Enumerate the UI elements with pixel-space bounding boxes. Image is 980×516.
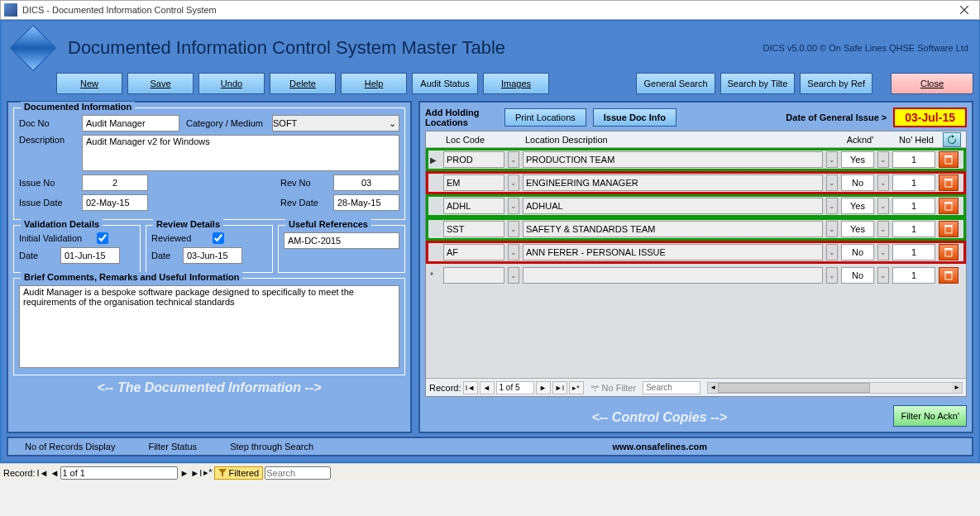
dropdown-button[interactable]: ⌄ <box>826 244 838 260</box>
revno-input[interactable] <box>333 174 399 191</box>
loc-code-input[interactable] <box>443 151 504 168</box>
delete-row-button[interactable] <box>939 174 958 191</box>
dropdown-button[interactable]: ⌄ <box>508 151 519 168</box>
loc-code-input[interactable] <box>443 198 504 214</box>
category-select[interactable]: SOFT ⌄ <box>272 115 399 131</box>
delete-row-button[interactable] <box>939 198 958 214</box>
reference-input[interactable] <box>284 232 399 249</box>
delete-row-button[interactable] <box>939 221 958 237</box>
bottom-nav-first-button[interactable]: I◄ <box>37 468 49 478</box>
ack-input[interactable] <box>841 244 874 260</box>
scroll-left-button[interactable]: ◄ <box>708 383 718 393</box>
delete-row-button[interactable] <box>939 267 958 284</box>
nav-first-button[interactable]: I◄ <box>463 381 478 394</box>
search-by-ref-button[interactable]: Search by Ref <box>800 73 872 94</box>
filter-no-ackn-button[interactable]: Filter No Ackn' <box>893 405 967 427</box>
dropdown-button[interactable]: ⌄ <box>826 174 838 191</box>
new-ack-input[interactable] <box>841 267 874 284</box>
dropdown-button[interactable]: ⌄ <box>877 244 889 260</box>
dropdown-button[interactable]: ⌄ <box>877 267 889 284</box>
undo-button[interactable]: Undo <box>198 73 265 94</box>
review-date-input[interactable] <box>183 247 242 264</box>
nav-next-button[interactable]: ► <box>536 381 551 394</box>
description-input[interactable]: Audit Manager v2 for Windows <box>82 135 399 171</box>
dropdown-button[interactable]: ⌄ <box>877 198 889 214</box>
issuedate-input[interactable] <box>82 194 148 211</box>
row-selector[interactable] <box>428 174 442 192</box>
new-loc-desc-input[interactable] <box>523 267 823 284</box>
window-close-button[interactable] <box>953 2 976 17</box>
nav-last-button[interactable]: ►I <box>552 381 567 394</box>
held-input[interactable] <box>892 151 935 168</box>
loc-desc-input[interactable] <box>523 244 823 260</box>
issueno-input[interactable] <box>82 174 148 191</box>
save-button[interactable]: Save <box>127 73 194 94</box>
refresh-table-button[interactable] <box>943 132 961 147</box>
initial-validation-checkbox[interactable] <box>97 232 108 244</box>
loc-code-input[interactable] <box>443 244 504 260</box>
images-button[interactable]: Images <box>483 73 549 94</box>
scroll-right-button[interactable]: ► <box>952 383 962 393</box>
issue-doc-info-button[interactable]: Issue Doc Info <box>593 108 676 127</box>
general-search-button[interactable]: General Search <box>636 73 715 94</box>
loc-desc-input[interactable] <box>523 151 823 168</box>
delete-button[interactable]: Delete <box>270 73 336 94</box>
ack-input[interactable] <box>841 221 874 237</box>
validation-date-input[interactable] <box>60 247 120 264</box>
reviewed-checkbox[interactable] <box>213 232 224 244</box>
dropdown-button[interactable]: ⌄ <box>877 174 889 191</box>
dropdown-button[interactable]: ⌄ <box>508 174 519 191</box>
dropdown-button[interactable]: ⌄ <box>826 267 838 284</box>
bottom-nav-position[interactable] <box>60 466 178 480</box>
nav-new-button[interactable]: ▸* <box>569 381 584 394</box>
new-button[interactable]: New <box>56 73 122 94</box>
row-selector[interactable]: ▶ <box>428 150 442 169</box>
row-selector[interactable] <box>428 197 442 215</box>
nav-prev-button[interactable]: ◄ <box>480 381 495 394</box>
dropdown-button[interactable]: ⌄ <box>508 267 519 284</box>
loc-code-input[interactable] <box>443 221 504 237</box>
dropdown-button[interactable]: ⌄ <box>877 151 889 168</box>
nav-position-input[interactable] <box>496 381 534 394</box>
bottom-nav-search-input[interactable] <box>265 466 331 480</box>
filtered-tag[interactable]: Filtered <box>214 466 264 480</box>
dropdown-button[interactable]: ⌄ <box>508 244 519 260</box>
held-input[interactable] <box>892 174 935 191</box>
row-selector[interactable] <box>428 243 442 261</box>
bottom-nav-last-button[interactable]: ►I <box>190 468 202 478</box>
delete-row-button[interactable] <box>939 151 958 168</box>
dropdown-button[interactable]: ⌄ <box>826 221 838 237</box>
dropdown-button[interactable]: ⌄ <box>508 198 519 214</box>
help-button[interactable]: Help <box>341 73 407 94</box>
close-button[interactable]: Close <box>891 73 973 94</box>
nav-search-input[interactable] <box>643 381 700 394</box>
ack-input[interactable] <box>841 174 874 191</box>
row-selector[interactable] <box>428 220 442 238</box>
held-input[interactable] <box>892 221 935 237</box>
ack-input[interactable] <box>841 151 874 168</box>
docno-input[interactable] <box>82 115 179 131</box>
horizontal-scrollbar[interactable]: ◄ ► <box>707 382 963 394</box>
comments-textarea[interactable]: Audit Manager is a bespoke software pack… <box>19 285 399 368</box>
bottom-nav-next-button[interactable]: ► <box>179 468 189 478</box>
delete-row-button[interactable] <box>939 244 958 260</box>
held-input[interactable] <box>892 244 935 260</box>
new-held-input[interactable] <box>892 267 935 284</box>
search-by-title-button[interactable]: Search by Tilte <box>720 73 796 94</box>
held-input[interactable] <box>892 198 935 214</box>
print-locations-button[interactable]: Print Locations <box>504 108 586 127</box>
dropdown-button[interactable]: ⌄ <box>826 198 838 214</box>
new-loc-code-input[interactable] <box>443 267 504 284</box>
scroll-thumb[interactable] <box>718 383 870 393</box>
loc-desc-input[interactable] <box>523 221 823 237</box>
audit-status-button[interactable]: Audit Status <box>412 73 478 94</box>
revdate-input[interactable] <box>333 194 399 211</box>
bottom-nav-new-button[interactable]: ▸* <box>203 467 212 478</box>
bottom-nav-prev-button[interactable]: ◄ <box>50 468 59 478</box>
dropdown-button[interactable]: ⌄ <box>826 151 838 168</box>
dropdown-button[interactable]: ⌄ <box>508 221 519 237</box>
ack-input[interactable] <box>841 198 874 214</box>
row-selector-new[interactable]: * <box>428 266 442 284</box>
dropdown-button[interactable]: ⌄ <box>877 221 889 237</box>
loc-desc-input[interactable] <box>523 174 823 191</box>
